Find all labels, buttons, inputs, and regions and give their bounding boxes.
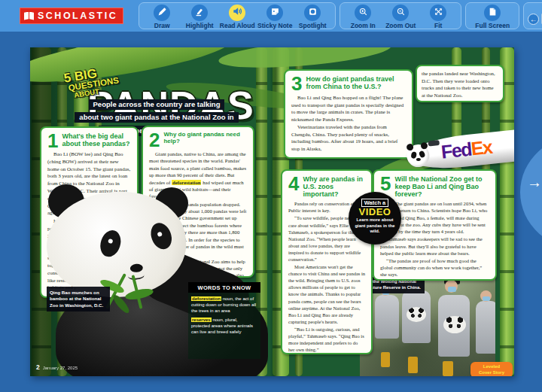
question-heading: How do giant pandas travel from China to… — [306, 75, 406, 90]
logo-text: SCHOLASTIC — [38, 11, 117, 21]
previous-page-button[interactable]: ← — [528, 14, 539, 25]
zoom-in-button[interactable]: Zoom In — [344, 5, 382, 29]
vocabulary-entry: deforestation noun, the act of cutting d… — [191, 296, 257, 314]
question-heading: Why do giant pandas need help? — [163, 132, 247, 145]
article-paragraph: “The pandas are proof of how much good t… — [380, 257, 489, 278]
zoom-out-button[interactable]: Zoom Out — [382, 5, 419, 29]
plane-fuselage: FedEx — [405, 128, 514, 172]
article-paragraph: the pandas landed near Washington, D.C. … — [422, 70, 498, 99]
article-paragraph: Bao Li and Qing Bao hopped on a flight! … — [291, 94, 406, 123]
tool-label: Fit — [434, 22, 442, 29]
fit-button[interactable]: Fit — [419, 5, 457, 29]
tool-label: Spotlight — [299, 22, 327, 29]
zoom-tool-group: Zoom In Zoom Out Fit — [340, 2, 461, 29]
plane-panda-nose-art — [406, 144, 431, 169]
tool-label: Zoom Out — [385, 22, 416, 29]
highlighted-term: deforestation — [172, 180, 201, 185]
article-paragraph: Tahmaseb says zookeepers will be sad to … — [380, 236, 489, 257]
question-number: 4 — [288, 175, 299, 192]
vocabulary-term: reserves — [191, 318, 212, 322]
sticky-note-button[interactable]: Sticky Note — [256, 5, 294, 29]
question-number: 3 — [291, 75, 302, 92]
tool-label: Read Aloud — [220, 22, 255, 29]
panda-photo-caption: Qing Bao munches on bamboo at the Nation… — [47, 287, 110, 311]
fullscreen-tool-group: Full Screen — [465, 2, 519, 29]
zoom-in-icon — [358, 6, 368, 20]
page-footer: 2 January 27, 2025 — [36, 363, 78, 371]
badge-line: Leveled — [472, 364, 511, 370]
vocabulary-entry: reserves noun, plural, protected areas w… — [191, 317, 257, 335]
video-badge-description: Learn more about giant pandas in the wil… — [355, 217, 395, 234]
highlighter-icon — [195, 6, 205, 20]
draw-button[interactable]: Draw — [143, 5, 181, 29]
article-paragraph: “Bao Li is outgoing, curious, and playfu… — [288, 326, 365, 353]
spotlight-button[interactable]: Spotlight — [294, 5, 331, 29]
pencil-icon — [157, 6, 167, 20]
question-number: 5 — [380, 175, 391, 192]
magazine-spread: PANDAS 5 BIG QUESTIONS ABOUT People acro… — [30, 47, 514, 376]
fedex-panda-plane-photo: FedEx — [406, 115, 514, 190]
issue-date: January 27, 2025 — [43, 366, 78, 370]
tool-label: Highlight — [186, 22, 214, 29]
folio-page-number: 2 — [36, 363, 40, 371]
fedex-logo: FedEx — [440, 138, 493, 162]
page-navigation: Page ← → — [523, 2, 542, 29]
video-badge-line2: VIDEO — [359, 207, 391, 217]
words-to-know-heading: WORDS TO KNOW — [188, 282, 260, 293]
intro-line: about two giant pandas at the National Z… — [75, 112, 238, 123]
watch-video-badge[interactable]: Watch a VIDEO Learn more about giant pan… — [349, 192, 401, 245]
leveled-cover-story-badge: Leveled Cover Story — [470, 362, 513, 376]
question-number: 2 — [149, 132, 160, 148]
question-3-continuation-box: the pandas landed near Washington, D.C. … — [416, 65, 504, 102]
tool-label: Full Screen — [475, 22, 510, 29]
book-icon — [24, 12, 34, 20]
question-heading: What's the big deal about these pandas? — [62, 132, 131, 147]
panda-mouth — [127, 271, 145, 281]
toolbar: SCHOLASTIC Draw Highlight Read Aloud Sti… — [0, 0, 542, 32]
article-paragraph: Most Americans won't get the chance to v… — [288, 263, 365, 325]
panda-cub — [443, 316, 466, 333]
panda-eye-patch — [97, 228, 123, 260]
scholastic-logo[interactable]: SCHOLASTIC — [20, 8, 123, 24]
annotation-tool-group: Draw Highlight Read Aloud Sticky Note Sp… — [139, 2, 336, 29]
badge-line: Cover Story — [472, 370, 511, 376]
full-screen-icon — [488, 6, 498, 20]
sticky-note-icon — [270, 6, 280, 20]
spotlight-icon — [308, 6, 318, 20]
panda-eye-patch — [148, 220, 175, 252]
zoom-out-icon — [396, 6, 406, 20]
question-3-box: 3 How do giant pandas travel from China … — [284, 69, 413, 159]
highlight-button[interactable]: Highlight — [181, 5, 218, 29]
fit-expand-icon — [434, 6, 443, 20]
vocabulary-term: deforestation — [191, 296, 221, 301]
intro-line: People across the country are talking — [89, 99, 225, 110]
tool-label: Zoom In — [351, 22, 376, 29]
panda-cub — [406, 307, 426, 322]
tool-label: Draw — [154, 22, 170, 29]
question-number: 1 — [47, 132, 58, 149]
plane-cockpit-window — [428, 140, 440, 147]
right-arrow-icon: → — [527, 174, 542, 191]
words-to-know-panel: WORDS TO KNOW deforestation noun, the ac… — [188, 282, 260, 359]
next-page-arrow-button[interactable]: → — [520, 134, 542, 251]
tool-groups: Draw Highlight Read Aloud Sticky Note Sp… — [139, 2, 542, 29]
speaker-icon — [232, 6, 242, 20]
read-aloud-button[interactable]: Read Aloud — [218, 5, 256, 29]
article-paragraph: Veterinarians traveled with the pandas f… — [291, 123, 406, 152]
tool-label: Sticky Note — [257, 22, 292, 29]
full-screen-button[interactable]: Full Screen — [470, 5, 515, 29]
question-heading: Why are pandas in U.S. zoos important? — [303, 175, 365, 198]
